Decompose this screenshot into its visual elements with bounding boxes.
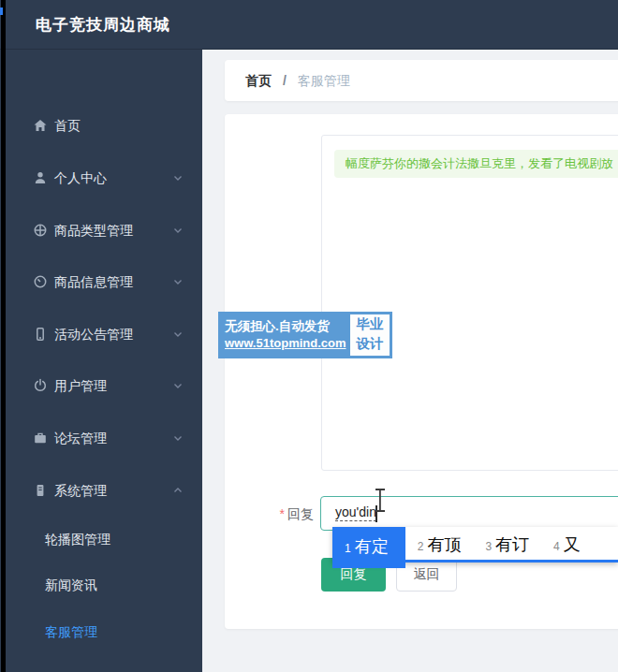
window-edge-notch xyxy=(0,7,3,15)
chevron-down-icon xyxy=(172,172,184,183)
watermark-banner: 无须担心.自动发货 www.51topmind.com 毕业 设计 xyxy=(218,312,392,358)
chevron-down-icon xyxy=(172,380,184,391)
watermark-text: 无须担心.自动发货 www.51topmind.com xyxy=(218,318,350,352)
sidebar-subitem-customer-service[interactable]: 客服管理 xyxy=(0,613,202,650)
ime-candidate-bar: 1有定 2有顶 3有订 4又 xyxy=(332,527,618,562)
top-header: 电子竞技周边商城 xyxy=(0,0,618,50)
ime-candidate-3[interactable]: 3有订 xyxy=(473,527,541,562)
sidebar-item-home[interactable]: 首页 xyxy=(0,107,202,144)
window-edge-strip xyxy=(1,0,6,672)
chevron-down-icon xyxy=(172,432,184,444)
watermark-badge-line2: 设计 xyxy=(350,334,390,354)
breadcrumb-home-link[interactable]: 首页 xyxy=(245,73,272,88)
sidebar-item-users[interactable]: 用户管理 xyxy=(0,367,202,404)
sidebar-item-orders[interactable]: 订单管理 xyxy=(0,664,202,672)
reply-field-label: *回复 xyxy=(253,497,314,532)
app-title: 电子竞技周边商城 xyxy=(36,0,170,50)
chevron-down-icon xyxy=(172,329,184,340)
user-icon xyxy=(33,170,48,185)
power-icon xyxy=(33,378,48,393)
required-asterisk: * xyxy=(280,506,285,521)
reply-input[interactable]: you'din xyxy=(320,496,618,531)
ime-candidate-2[interactable]: 2有顶 xyxy=(405,527,474,562)
phone-icon xyxy=(33,327,48,342)
sidebar-subitem-carousel[interactable]: 轮播图管理 xyxy=(0,520,202,558)
ime-candidate-4[interactable]: 4又 xyxy=(541,527,593,562)
gauge-icon xyxy=(33,274,48,289)
message-panel xyxy=(321,135,618,471)
success-alert: 幅度萨芬你的撒会计法撒旦克里，发看了电视剧放 xyxy=(334,150,618,178)
chevron-down-icon xyxy=(172,276,184,287)
watermark-badge-line1: 毕业 xyxy=(350,314,390,334)
sidebar-item-forum[interactable]: 论坛管理 xyxy=(0,419,202,457)
ibeam-cursor xyxy=(374,488,387,514)
briefcase-icon xyxy=(33,431,48,446)
sidebar-item-product-type[interactable]: 商品类型管理 xyxy=(0,212,202,249)
chevron-down-icon xyxy=(172,225,184,236)
ime-composition-text: you'din xyxy=(335,504,376,521)
document-icon xyxy=(33,483,48,498)
sidebar-item-notice[interactable]: 活动公告管理 xyxy=(0,315,202,353)
sidebar-item-product-info[interactable]: 商品信息管理 xyxy=(0,263,202,300)
sidebar-item-system[interactable]: 系统管理 xyxy=(0,472,202,509)
watermark-url: www.51topmind.com xyxy=(225,335,350,352)
back-button[interactable]: 返回 xyxy=(396,558,457,592)
sidebar: 首页 个人中心 商品类型管理 商品信息管理 活动公告管理 用户管理 xyxy=(0,50,202,672)
sidebar-subitem-news[interactable]: 新闻资讯 xyxy=(0,566,202,604)
breadcrumb: 首页 / 客服管理 xyxy=(245,60,350,101)
watermark-badge: 毕业 设计 xyxy=(350,314,390,356)
app-window: 电子竞技周边商城 首页 个人中心 商品类型管理 商品信息管理 活动公告管理 xyxy=(0,0,618,672)
category-icon xyxy=(33,223,48,238)
breadcrumb-card: 首页 / 客服管理 xyxy=(225,60,618,101)
breadcrumb-separator: / xyxy=(283,73,287,88)
chevron-up-icon xyxy=(172,485,184,496)
home-icon xyxy=(33,118,48,133)
sidebar-item-profile[interactable]: 个人中心 xyxy=(0,159,202,197)
watermark-line1: 无须担心.自动发货 xyxy=(225,318,350,335)
breadcrumb-current: 客服管理 xyxy=(298,73,350,88)
ime-candidate-1[interactable]: 1有定 xyxy=(332,527,405,568)
